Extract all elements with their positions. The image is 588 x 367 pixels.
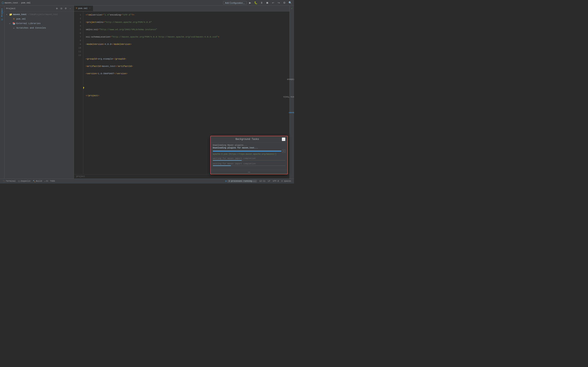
background-tasks-popup: Background Tasks − Downloading Maven plu… [210,136,288,174]
tab-pom-icon: m [76,7,77,9]
processes-spinner: ⟳ [225,180,227,183]
task-line2: Downloading plugins for maven_test... [213,147,285,149]
tree-item-pom[interactable]: ▸ m pom.xml [4,17,74,21]
project-tree: ▾ 📁 maven_test ~/IdeaProjects/maven_test… [4,11,74,179]
encoding-button[interactable]: UTF-8 [272,180,280,182]
editor-tabs: m pom.xml × [74,6,290,11]
pom-label: pom.xml [16,18,26,20]
bg-tasks-header: Background Tasks − [211,136,287,142]
tree-item-libraries[interactable]: ▸ 📚 External Libraries [4,21,74,26]
debug-button[interactable]: 🐛 [254,1,258,5]
line-col-text: 12:11 [259,180,265,182]
line-ending-button[interactable]: LF [267,180,272,182]
zeppelin-icon: ⬡ [18,180,20,183]
project-name: maven_test [5,2,18,4]
panel-header: Project ⊕ ⊟ ⚙ − [4,6,74,11]
code-line-6 [86,50,287,53]
title-sep: – [19,2,20,4]
right-tab-database[interactable]: Database [285,77,294,81]
bg-tasks-title: Background Tasks [213,138,282,141]
line-sep-text: LF [268,180,270,182]
scratches-icon: ✏ [12,26,16,30]
code-line-8: <artifactId>maven_test</artifactId> [86,64,287,68]
code-line-4: xsi:schemaLocation="http://maven.apache.… [86,35,287,39]
panel-settings-button[interactable]: ⚙ [64,7,68,10]
terminal-label: Terminal [6,180,16,182]
file-name: pom.xml [21,2,31,4]
panel-collapse-button[interactable]: ⊟ [60,7,63,10]
pause-button[interactable]: ↪ [277,1,281,5]
code-line-3: xmlns:xsi="http://www.w3.org/2001/XMLSch… [86,28,287,31]
status-right: ⟳ 3 processes running... 12:11 LF UTF-8 … [224,180,292,183]
task-waiting-progress-1 [213,160,285,161]
panel-icons: ⊕ ⊟ ⚙ − [55,7,72,10]
build-label: Build [36,180,42,182]
task-progress-bar [213,151,281,151]
tab-pom-xml[interactable]: m pom.xml × [74,6,93,11]
stop-button[interactable]: ⏹ [265,1,269,5]
todo-icon: ✓ [44,180,46,183]
terminal-icon: ⬛ [3,180,5,183]
project-icon: 📁 [9,13,12,16]
code-line-12: </project> [86,94,287,98]
title-bar: ⬡ maven_test – pom.xml Add Configuration… [0,0,294,6]
terminal-button[interactable]: ⬛ Terminal [2,180,17,183]
task-cancel-button[interactable]: × [282,150,285,153]
tree-arrow-root: ▾ [6,13,9,16]
task-waiting-progress-2 [213,165,285,166]
right-tab-maven[interactable]: Maven [287,111,294,114]
panel-add-button[interactable]: ⊕ [55,7,59,10]
task-waiting-2: waiting for maven import completion [213,163,285,166]
line-numbers: 1 2 3 4 5 6 7 8 9 10 11 12 [74,11,83,174]
gutter-ok-icon: ✓ [290,7,294,10]
task-url: apache-5.pom [https://repo.maven.apache.… [213,153,285,155]
task-progress-container [213,151,281,151]
zeppelin-button[interactable]: ⬡ Zeppelin [17,180,32,183]
hint-bulb-icon: 💡 [83,86,85,90]
pom-icon: m [12,17,16,21]
project-path: ~/IdeaProjects/maven_test [27,13,58,16]
task-waiting-1: waiting for maven import completion [213,157,285,161]
code-line-11: 💡 [86,86,287,90]
add-config-button[interactable]: Add Configuration... [223,1,247,5]
toolbar: Add Configuration... ▶ 🐛 ⏸ ⏹ ↩ ↪ ⚙ 🔍 [223,1,292,5]
processes-button[interactable]: ⟳ 3 processes running... [224,180,258,183]
bg-tasks-close-button[interactable]: − [282,137,285,141]
code-line-9: <version>1.0-SNAPSHOT</version> [86,72,287,75]
breadcrumb-bar: project [74,174,290,179]
panel-close-button[interactable]: − [68,7,72,10]
settings-button[interactable]: ⚙ [282,1,287,5]
project-tab-label: 1: Project [1,8,3,20]
sidebar-item-project[interactable]: 1: Project [0,7,4,22]
run-button[interactable]: ▶ [248,1,252,5]
task-line1: Downloading Maven plugins... [213,144,285,146]
app-icon: ⬡ [2,1,4,4]
todo-button[interactable]: ✓ 6: TODO [43,180,56,183]
status-bar: ⬛ Terminal ⬡ Zeppelin 🔨 Build ✓ 6: TODO … [0,179,294,184]
right-tab-bigdata[interactable]: Big Data Tools [282,95,294,98]
libraries-icon: 📚 [12,22,16,25]
processes-label: 3 processes running... [227,180,257,183]
project-label: maven_test [13,13,26,16]
bg-tasks-collapse-button[interactable]: — [248,171,250,173]
code-line-7: <groupId>org.example</groupId> [86,57,287,61]
left-tab-strip: 1: Project [0,6,4,179]
zeppelin-label: Zeppelin [21,180,30,182]
bg-tasks-content: Downloading Maven plugins... Downloading… [211,142,287,170]
right-sidebar: ✓ Database Big Data Tools Maven [290,6,294,179]
breadcrumb: project [76,175,85,178]
task-waiting-label-2: waiting for maven import completion [213,163,285,165]
indent-text: 4 spaces [281,180,291,182]
scratches-label: Scratches and Consoles [16,27,46,29]
search-everywhere-button[interactable]: 🔍 [288,1,292,5]
tab-close-button[interactable]: × [89,7,91,9]
tree-item-root[interactable]: ▾ 📁 maven_test ~/IdeaProjects/maven_test [4,12,74,17]
tab-pom-label: pom.xml [78,7,87,9]
rerun-button[interactable]: ↩ [271,1,275,5]
task-progress-row: × [213,150,285,153]
build-button[interactable]: 🔨 Build [32,180,43,183]
tree-item-scratches[interactable]: ▸ ✏ Scratches and Consoles [4,26,74,30]
line-col-indicator[interactable]: 12:11 [258,180,267,182]
indent-button[interactable]: 4 spaces [280,180,292,182]
coverage-button[interactable]: ⏸ [259,1,264,5]
